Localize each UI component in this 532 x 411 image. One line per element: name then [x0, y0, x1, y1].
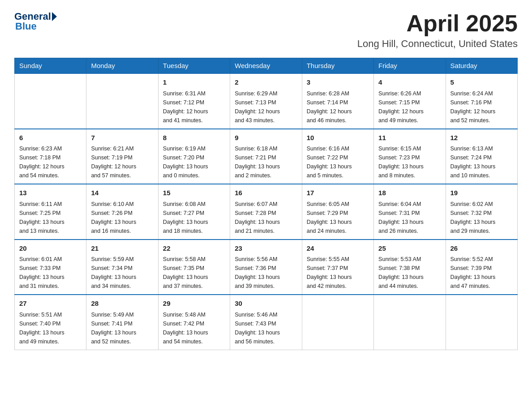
day-number: 19	[450, 188, 513, 198]
day-info: Sunrise: 6:04 AM Sunset: 7:31 PM Dayligh…	[378, 200, 441, 235]
day-info: Sunrise: 5:53 AM Sunset: 7:38 PM Dayligh…	[378, 255, 441, 291]
calendar-cell	[374, 295, 446, 350]
day-number: 4	[378, 77, 441, 88]
day-info: Sunrise: 6:31 AM Sunset: 7:12 PM Dayligh…	[163, 89, 225, 125]
calendar-cell	[86, 73, 158, 129]
day-info: Sunrise: 5:58 AM Sunset: 7:35 PM Dayligh…	[163, 255, 225, 291]
day-number: 28	[91, 299, 153, 309]
calendar-week-row: 27Sunrise: 5:51 AM Sunset: 7:40 PM Dayli…	[15, 295, 518, 350]
calendar-cell: 29Sunrise: 5:48 AM Sunset: 7:42 PM Dayli…	[158, 295, 230, 350]
calendar-cell: 16Sunrise: 6:07 AM Sunset: 7:28 PM Dayli…	[230, 184, 302, 240]
day-of-week-header-saturday: Saturday	[446, 58, 517, 74]
calendar-header: SundayMondayTuesdayWednesdayThursdayFrid…	[15, 58, 518, 74]
days-of-week-row: SundayMondayTuesdayWednesdayThursdayFrid…	[15, 58, 518, 74]
calendar-cell	[302, 295, 373, 350]
day-of-week-header-wednesday: Wednesday	[230, 58, 302, 74]
calendar-cell: 14Sunrise: 6:10 AM Sunset: 7:26 PM Dayli…	[86, 184, 158, 240]
calendar-cell: 1Sunrise: 6:31 AM Sunset: 7:12 PM Daylig…	[158, 73, 230, 129]
day-info: Sunrise: 5:56 AM Sunset: 7:36 PM Dayligh…	[235, 255, 297, 291]
calendar-cell: 7Sunrise: 6:21 AM Sunset: 7:19 PM Daylig…	[86, 129, 158, 184]
calendar-cell: 21Sunrise: 5:59 AM Sunset: 7:34 PM Dayli…	[86, 240, 158, 295]
calendar-cell: 27Sunrise: 5:51 AM Sunset: 7:40 PM Dayli…	[15, 295, 86, 350]
calendar-cell: 17Sunrise: 6:05 AM Sunset: 7:29 PM Dayli…	[302, 184, 373, 240]
day-number: 7	[91, 133, 153, 143]
day-info: Sunrise: 6:07 AM Sunset: 7:28 PM Dayligh…	[235, 200, 297, 235]
calendar-cell: 18Sunrise: 6:04 AM Sunset: 7:31 PM Dayli…	[374, 184, 446, 240]
calendar-cell: 25Sunrise: 5:53 AM Sunset: 7:38 PM Dayli…	[374, 240, 446, 295]
calendar-week-row: 6Sunrise: 6:23 AM Sunset: 7:18 PM Daylig…	[15, 129, 518, 184]
day-info: Sunrise: 6:11 AM Sunset: 7:25 PM Dayligh…	[19, 200, 82, 235]
calendar-cell: 30Sunrise: 5:46 AM Sunset: 7:43 PM Dayli…	[230, 295, 302, 350]
calendar-body: 1Sunrise: 6:31 AM Sunset: 7:12 PM Daylig…	[15, 73, 518, 350]
calendar-cell: 6Sunrise: 6:23 AM Sunset: 7:18 PM Daylig…	[15, 129, 86, 184]
day-number: 16	[235, 188, 297, 198]
day-number: 3	[307, 77, 369, 88]
calendar-cell: 3Sunrise: 6:28 AM Sunset: 7:14 PM Daylig…	[302, 73, 373, 129]
day-info: Sunrise: 5:48 AM Sunset: 7:42 PM Dayligh…	[163, 310, 225, 346]
day-info: Sunrise: 6:23 AM Sunset: 7:18 PM Dayligh…	[19, 144, 82, 180]
day-number: 8	[163, 133, 225, 143]
day-info: Sunrise: 5:49 AM Sunset: 7:41 PM Dayligh…	[91, 310, 153, 346]
calendar-cell: 20Sunrise: 6:01 AM Sunset: 7:33 PM Dayli…	[15, 240, 86, 295]
day-number: 30	[235, 299, 297, 309]
calendar-cell: 11Sunrise: 6:15 AM Sunset: 7:23 PM Dayli…	[374, 129, 446, 184]
day-info: Sunrise: 6:29 AM Sunset: 7:13 PM Dayligh…	[235, 89, 297, 125]
day-number: 21	[91, 244, 153, 254]
day-info: Sunrise: 5:51 AM Sunset: 7:40 PM Dayligh…	[19, 310, 82, 346]
day-number: 9	[235, 133, 297, 143]
calendar-cell: 24Sunrise: 5:55 AM Sunset: 7:37 PM Dayli…	[302, 240, 373, 295]
page-subtitle: Long Hill, Connecticut, United States	[357, 38, 518, 50]
day-number: 12	[450, 133, 513, 143]
day-number: 24	[307, 244, 369, 254]
calendar-cell: 26Sunrise: 5:52 AM Sunset: 7:39 PM Dayli…	[446, 240, 517, 295]
calendar-cell: 5Sunrise: 6:24 AM Sunset: 7:16 PM Daylig…	[446, 73, 517, 129]
day-number: 20	[19, 244, 82, 254]
day-of-week-header-tuesday: Tuesday	[158, 58, 230, 74]
calendar-week-row: 13Sunrise: 6:11 AM Sunset: 7:25 PM Dayli…	[15, 184, 518, 240]
calendar-week-row: 20Sunrise: 6:01 AM Sunset: 7:33 PM Dayli…	[15, 240, 518, 295]
page-header: General Blue April 2025 Long Hill, Conne…	[14, 11, 518, 50]
day-info: Sunrise: 5:59 AM Sunset: 7:34 PM Dayligh…	[91, 255, 153, 291]
logo-blue-text: Blue	[15, 21, 37, 32]
calendar-cell: 4Sunrise: 6:26 AM Sunset: 7:15 PM Daylig…	[374, 73, 446, 129]
day-info: Sunrise: 6:15 AM Sunset: 7:23 PM Dayligh…	[378, 144, 441, 180]
day-number: 11	[378, 133, 441, 143]
calendar-cell	[15, 73, 86, 129]
day-number: 6	[19, 133, 82, 143]
day-info: Sunrise: 6:02 AM Sunset: 7:32 PM Dayligh…	[450, 200, 513, 235]
calendar-week-row: 1Sunrise: 6:31 AM Sunset: 7:12 PM Daylig…	[15, 73, 518, 129]
day-number: 17	[307, 188, 369, 198]
day-info: Sunrise: 6:10 AM Sunset: 7:26 PM Dayligh…	[91, 200, 153, 235]
day-info: Sunrise: 6:19 AM Sunset: 7:20 PM Dayligh…	[163, 144, 225, 180]
calendar-table: SundayMondayTuesdayWednesdayThursdayFrid…	[14, 58, 518, 350]
day-info: Sunrise: 6:08 AM Sunset: 7:27 PM Dayligh…	[163, 200, 225, 235]
day-info: Sunrise: 5:55 AM Sunset: 7:37 PM Dayligh…	[307, 255, 369, 291]
day-info: Sunrise: 6:05 AM Sunset: 7:29 PM Dayligh…	[307, 200, 369, 235]
day-number: 29	[163, 299, 225, 309]
day-info: Sunrise: 5:46 AM Sunset: 7:43 PM Dayligh…	[235, 310, 297, 346]
day-number: 5	[450, 77, 513, 88]
day-info: Sunrise: 6:26 AM Sunset: 7:15 PM Dayligh…	[378, 89, 441, 125]
calendar-cell: 15Sunrise: 6:08 AM Sunset: 7:27 PM Dayli…	[158, 184, 230, 240]
day-number: 26	[450, 244, 513, 254]
day-of-week-header-monday: Monday	[86, 58, 158, 74]
calendar-cell: 12Sunrise: 6:13 AM Sunset: 7:24 PM Dayli…	[446, 129, 517, 184]
calendar-cell: 8Sunrise: 6:19 AM Sunset: 7:20 PM Daylig…	[158, 129, 230, 184]
day-of-week-header-sunday: Sunday	[15, 58, 86, 74]
day-info: Sunrise: 6:21 AM Sunset: 7:19 PM Dayligh…	[91, 144, 153, 180]
day-info: Sunrise: 6:13 AM Sunset: 7:24 PM Dayligh…	[450, 144, 513, 180]
day-number: 18	[378, 188, 441, 198]
calendar-cell: 10Sunrise: 6:16 AM Sunset: 7:22 PM Dayli…	[302, 129, 373, 184]
calendar-cell: 28Sunrise: 5:49 AM Sunset: 7:41 PM Dayli…	[86, 295, 158, 350]
day-number: 22	[163, 244, 225, 254]
calendar-cell: 9Sunrise: 6:18 AM Sunset: 7:21 PM Daylig…	[230, 129, 302, 184]
day-number: 23	[235, 244, 297, 254]
day-info: Sunrise: 6:28 AM Sunset: 7:14 PM Dayligh…	[307, 89, 369, 125]
calendar-cell: 19Sunrise: 6:02 AM Sunset: 7:32 PM Dayli…	[446, 184, 517, 240]
day-number: 15	[163, 188, 225, 198]
day-number: 27	[19, 299, 82, 309]
day-number: 25	[378, 244, 441, 254]
day-info: Sunrise: 6:18 AM Sunset: 7:21 PM Dayligh…	[235, 144, 297, 180]
day-info: Sunrise: 5:52 AM Sunset: 7:39 PM Dayligh…	[450, 255, 513, 291]
day-of-week-header-thursday: Thursday	[302, 58, 373, 74]
